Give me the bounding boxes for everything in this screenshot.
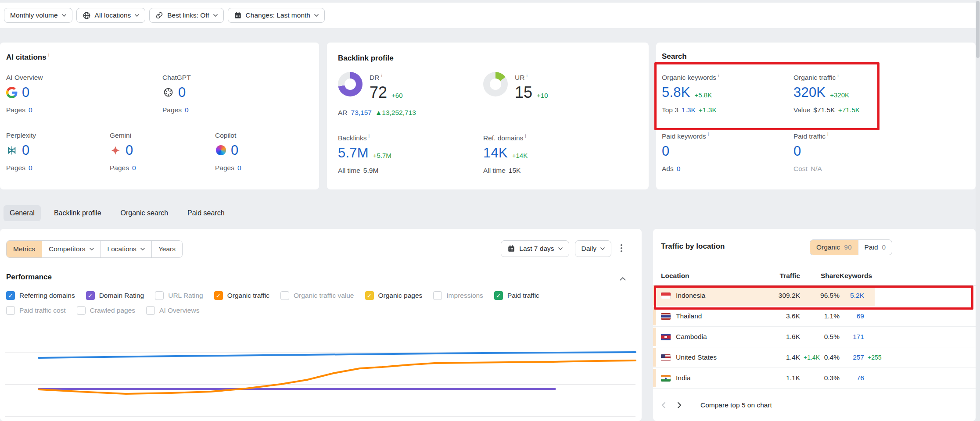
location-name: Cambodia xyxy=(676,333,707,341)
checkbox-paid-traffic-cost[interactable]: Paid traffic cost xyxy=(6,306,66,315)
checkbox-ai-overviews[interactable]: AI Overviews xyxy=(146,306,199,315)
granularity-dropdown[interactable]: Daily xyxy=(575,240,611,257)
keywords-link[interactable]: 69 xyxy=(840,312,864,320)
checkbox-icon xyxy=(6,291,15,300)
more-options-kebab-icon[interactable] xyxy=(617,243,626,255)
checkbox-organic-traffic[interactable]: Organic traffic xyxy=(214,291,269,300)
best-links-dropdown[interactable]: Best links: Off xyxy=(149,8,223,23)
ref-domains-count-link[interactable]: 14K xyxy=(483,145,508,161)
table-row-indonesia[interactable]: Indonesia 309.2K 96.5% 5.2K xyxy=(653,285,976,306)
checkbox-icon xyxy=(6,306,15,315)
info-icon[interactable] xyxy=(827,132,829,137)
organic-traffic-delta: +320K xyxy=(830,91,849,100)
checkbox-impressions[interactable]: Impressions xyxy=(433,291,483,300)
table-row-cambodia[interactable]: Cambodia 1.6K 0.5% 171 xyxy=(653,327,976,347)
keywords-link[interactable]: 171 xyxy=(840,333,864,341)
chart-controls: Last 7 days Daily xyxy=(501,240,626,257)
perplexity-icon xyxy=(6,145,18,156)
info-icon[interactable] xyxy=(837,73,839,78)
checkbox-organic-traffic-value[interactable]: Organic traffic value xyxy=(280,291,354,300)
backlinks-count-link[interactable]: 5.7M xyxy=(338,145,369,161)
ahrefs-rank-link[interactable]: 73,157 xyxy=(351,109,372,117)
paid-keywords-count-link[interactable]: 0 xyxy=(662,143,669,159)
performance-card: Metrics Competitors Locations Years Last… xyxy=(0,229,642,421)
share-value: 0.5% xyxy=(819,333,840,341)
ref-domains-all-time: 15K xyxy=(509,167,521,175)
gemini-count[interactable]: 0 xyxy=(126,143,133,158)
chevron-down-icon xyxy=(90,248,94,250)
thailand-flag-icon xyxy=(661,313,671,320)
toggle-paid[interactable]: Paid0 xyxy=(858,240,892,255)
calendar-icon xyxy=(234,11,242,19)
info-icon[interactable] xyxy=(381,73,382,78)
ai-citations-row-2: Perplexity 0 Pages0 Gemini 0 Pages0 xyxy=(6,132,313,172)
tab-paid-search[interactable]: Paid search xyxy=(181,205,231,221)
chatgpt-pages-link[interactable]: 0 xyxy=(185,106,189,114)
compare-top5-label[interactable]: Compare top 5 on chart xyxy=(700,401,772,409)
checkbox-url-rating[interactable]: URL Rating xyxy=(155,291,203,300)
perplexity-pages-link[interactable]: 0 xyxy=(29,164,32,172)
checkbox-crawled-pages[interactable]: Crawled pages xyxy=(77,306,135,315)
page-previous-chevron-left-icon[interactable] xyxy=(661,402,666,409)
info-icon[interactable] xyxy=(48,52,50,57)
column-location: Location xyxy=(661,272,757,280)
page-next-chevron-right-icon[interactable] xyxy=(677,402,682,409)
locations-label: All locations xyxy=(95,11,131,19)
tab-general[interactable]: General xyxy=(4,205,41,221)
date-range-dropdown[interactable]: Last 7 days xyxy=(501,240,569,257)
table-row-united-states[interactable]: United States 1.4K +1.4K 0.4% 257 +255 xyxy=(653,347,976,368)
ads-count-link[interactable]: 0 xyxy=(677,165,681,173)
chatgpt-count[interactable]: 0 xyxy=(178,85,186,100)
organic-keywords-count-link[interactable]: 5.8K xyxy=(662,85,690,100)
paid-traffic-count-link[interactable]: 0 xyxy=(793,143,801,159)
ai-overview-count[interactable]: 0 xyxy=(22,85,29,100)
google-icon xyxy=(6,87,18,98)
vertical-scrollbar[interactable] xyxy=(976,0,980,421)
collapse-section-chevron-up-icon[interactable] xyxy=(620,275,626,282)
metric-ai-overview: AI Overview 0 Pages0 xyxy=(6,74,162,114)
chevron-down-icon xyxy=(558,247,563,250)
organic-traffic-count-link[interactable]: 320K xyxy=(793,85,826,100)
keywords-link[interactable]: 76 xyxy=(840,374,864,382)
keywords-link[interactable]: 257 xyxy=(840,353,864,361)
performance-chart[interactable] xyxy=(0,338,642,421)
ur-delta: +10 xyxy=(537,92,548,102)
checkbox-domain-rating[interactable]: Domain Rating xyxy=(86,291,144,300)
info-icon[interactable] xyxy=(708,132,709,137)
scrollbar-thumb[interactable] xyxy=(976,1,980,58)
ai-overview-pages-link[interactable]: 0 xyxy=(29,106,32,114)
column-traffic: Traffic xyxy=(757,272,800,280)
info-icon[interactable] xyxy=(525,133,526,139)
tab-organic-search[interactable]: Organic search xyxy=(115,205,175,221)
info-icon[interactable] xyxy=(718,73,719,78)
table-row-india[interactable]: India 1.1K 0.3% 76 xyxy=(653,368,976,389)
metric-gemini: Gemini 0 Pages0 xyxy=(110,132,215,172)
keywords-link[interactable]: 5.2K xyxy=(840,292,864,300)
toggle-organic[interactable]: Organic90 xyxy=(810,240,858,255)
checkbox-paid-traffic[interactable]: Paid traffic xyxy=(494,291,539,300)
top3-keywords-link[interactable]: 1.3K xyxy=(682,106,696,114)
changes-dropdown[interactable]: Changes: Last month xyxy=(228,8,325,23)
segment-competitors[interactable]: Competitors xyxy=(42,241,101,257)
calendar-icon xyxy=(507,245,515,253)
segment-locations[interactable]: Locations xyxy=(101,241,151,257)
gemini-pages-link[interactable]: 0 xyxy=(132,164,136,172)
tab-backlink-profile[interactable]: Backlink profile xyxy=(48,205,108,221)
perplexity-count[interactable]: 0 xyxy=(22,143,29,158)
segment-years[interactable]: Years xyxy=(151,241,182,257)
info-icon[interactable] xyxy=(526,73,528,78)
checkbox-referring-domains[interactable]: Referring domains xyxy=(6,291,75,300)
info-icon[interactable] xyxy=(368,133,370,139)
locations-dropdown[interactable]: All locations xyxy=(76,8,146,23)
united-states-flag-icon xyxy=(661,354,671,361)
traffic-value: 3.6K xyxy=(757,312,800,320)
copilot-count[interactable]: 0 xyxy=(231,143,238,158)
checkbox-organic-pages[interactable]: Organic pages xyxy=(365,291,423,300)
backlinks-all-time: 5.9M xyxy=(363,167,378,175)
ref-domains-delta: +14K xyxy=(512,152,528,161)
copilot-pages-link[interactable]: 0 xyxy=(237,164,241,172)
segment-metrics[interactable]: Metrics xyxy=(7,241,42,257)
monthly-volume-dropdown[interactable]: Monthly volume xyxy=(4,8,72,23)
metric-backlinks: Backlinks 5.7M +5.7M All time5.9M xyxy=(338,133,483,175)
table-row-thailand[interactable]: Thailand 3.6K 1.1% 69 xyxy=(653,306,976,327)
